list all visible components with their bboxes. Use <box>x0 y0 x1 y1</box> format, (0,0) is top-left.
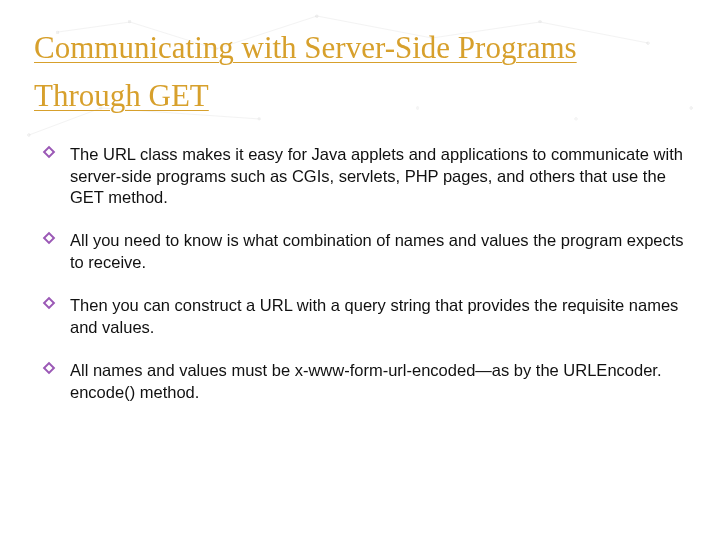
slide: Communicating with Server-Side Programs … <box>0 0 720 540</box>
bullet-list: The URL class makes it easy for Java app… <box>34 144 686 403</box>
list-item: The URL class makes it easy for Java app… <box>42 144 686 208</box>
list-item: All names and values must be x-www-form-… <box>42 360 686 403</box>
bullet-text: Then you can construct a URL with a quer… <box>70 296 678 335</box>
bullet-text: All names and values must be x-www-form-… <box>70 361 662 400</box>
diamond-bullet-icon <box>42 296 56 310</box>
slide-title: Communicating with Server-Side Programs … <box>34 24 686 120</box>
bullet-text: The URL class makes it easy for Java app… <box>70 145 683 206</box>
bullet-text: All you need to know is what combination… <box>70 231 684 270</box>
diamond-bullet-icon <box>42 361 56 375</box>
diamond-bullet-icon <box>42 231 56 245</box>
diamond-bullet-icon <box>42 145 56 159</box>
list-item: All you need to know is what combination… <box>42 230 686 273</box>
list-item: Then you can construct a URL with a quer… <box>42 295 686 338</box>
